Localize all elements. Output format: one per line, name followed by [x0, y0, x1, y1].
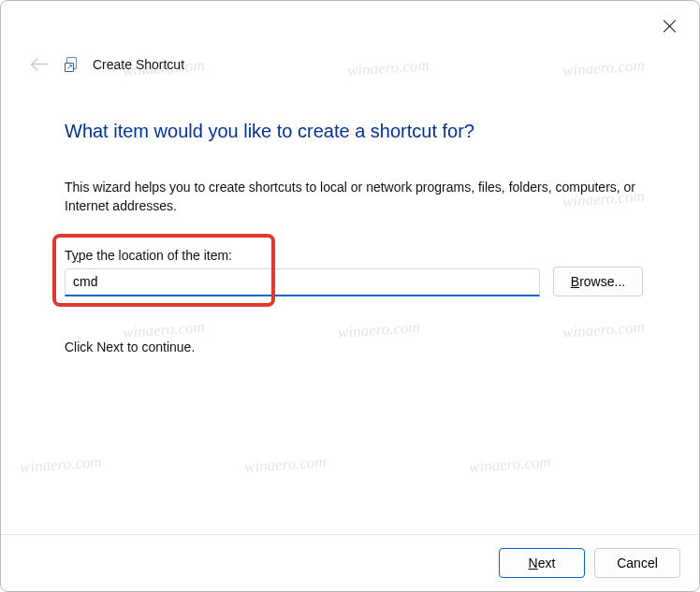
- footer: Next Cancel: [1, 534, 699, 591]
- watermark: winaero.com: [19, 453, 102, 477]
- titlebar: [1, 1, 699, 46]
- window-title: Create Shortcut: [93, 57, 184, 72]
- watermark: winaero.com: [243, 453, 327, 477]
- back-arrow-icon: [31, 54, 51, 75]
- location-label: Type the location of the item:: [65, 248, 540, 263]
- browse-button[interactable]: Browse...: [553, 267, 643, 296]
- shortcut-icon: [65, 57, 80, 72]
- next-button[interactable]: Next: [499, 548, 585, 578]
- content-area: What item would you like to create a sho…: [1, 79, 699, 354]
- location-row: Type the location of the item: Browse...: [65, 248, 643, 296]
- headline: What item would you like to create a sho…: [65, 121, 643, 142]
- create-shortcut-window: Create Shortcut What item would you like…: [0, 0, 700, 592]
- header: Create Shortcut: [1, 46, 699, 79]
- watermark: winaero.com: [468, 453, 551, 477]
- close-icon[interactable]: [662, 18, 678, 35]
- location-field-block: Type the location of the item:: [65, 248, 540, 296]
- location-input[interactable]: [65, 268, 540, 296]
- continue-text: Click Next to continue.: [65, 339, 643, 354]
- wizard-description: This wizard helps you to create shortcut…: [65, 178, 643, 216]
- cancel-button[interactable]: Cancel: [594, 548, 680, 578]
